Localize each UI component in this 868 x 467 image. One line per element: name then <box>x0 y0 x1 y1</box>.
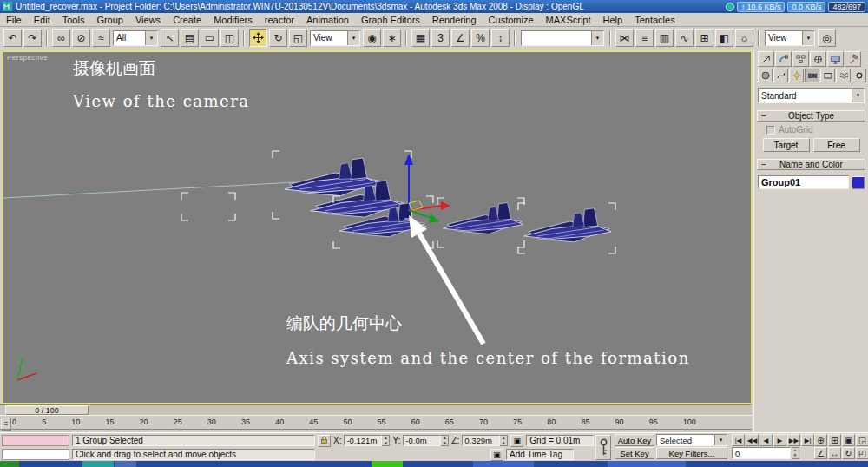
keyboard-override-toggle[interactable]: ▦ <box>411 29 430 47</box>
menu-customize[interactable]: Customize <box>483 13 540 26</box>
taskbar-item[interactable] <box>82 461 114 467</box>
menu-file[interactable]: File <box>0 13 28 26</box>
zoom-extents-all-button[interactable]: ◲ <box>856 434 868 446</box>
object-name-input[interactable]: Group01 <box>758 175 849 189</box>
select-object-button[interactable]: ↖ <box>161 29 179 47</box>
select-by-name-button[interactable]: ▤ <box>181 29 199 47</box>
window-crossing-toggle[interactable]: ◫ <box>220 29 239 47</box>
select-and-manipulate-button[interactable]: ∗ <box>383 29 401 47</box>
menu-help[interactable]: Help <box>597 13 629 26</box>
menu-views[interactable]: Views <box>129 13 167 26</box>
maxscript-mini-listener-macro[interactable] <box>2 435 69 446</box>
viewport-label[interactable]: Perspective <box>7 54 48 62</box>
select-and-move-button[interactable] <box>249 29 267 47</box>
tab-motion[interactable] <box>810 51 826 67</box>
menu-edit[interactable]: Edit <box>28 13 56 26</box>
time-slider-handle[interactable]: 0 / 100 <box>5 405 89 415</box>
zoom-button[interactable]: ⊕ <box>814 434 827 446</box>
category-spacewarps[interactable] <box>836 69 851 82</box>
add-time-tag[interactable]: Add Time Tag <box>506 449 574 460</box>
set-key-button[interactable]: Set Key <box>615 447 654 459</box>
maximize-viewport-toggle[interactable]: ◰ <box>856 447 868 459</box>
menu-rendering[interactable]: Rendering <box>426 13 483 26</box>
percent-snap-toggle[interactable]: % <box>471 29 490 47</box>
absolute-offset-toggle[interactable]: ▣ <box>510 435 523 447</box>
category-shapes[interactable] <box>773 69 788 82</box>
snap-toggle-3d[interactable]: 3 <box>431 29 450 47</box>
fighter-jet[interactable] <box>524 208 611 242</box>
category-cameras[interactable] <box>805 69 819 82</box>
zoom-all-button[interactable]: ⊞ <box>828 434 841 446</box>
menu-animation[interactable]: Animation <box>300 13 355 26</box>
set-key-mode-toggle[interactable] <box>595 435 611 460</box>
maxscript-mini-listener[interactable] <box>2 449 69 460</box>
selection-filter-dropdown[interactable]: All ▼ <box>113 30 158 46</box>
dropdown-arrow-icon[interactable]: ▼ <box>347 31 359 45</box>
previous-frame-button[interactable]: ◀ <box>760 434 773 446</box>
render-setup-button[interactable]: ☼ <box>735 29 753 47</box>
render-type-dropdown[interactable]: View ▼ <box>765 30 815 46</box>
windows-taskbar[interactable] <box>0 461 868 467</box>
start-button[interactable] <box>0 461 19 467</box>
tab-modify[interactable] <box>775 51 792 67</box>
menu-maxscript[interactable]: MAXScript <box>540 13 597 26</box>
camera-preset-dropdown[interactable]: Standard ▼ <box>758 88 865 103</box>
go-to-end-button[interactable]: ▶| <box>801 434 814 446</box>
tab-display[interactable] <box>827 51 844 67</box>
angle-snap-toggle[interactable]: ∠ <box>451 29 470 47</box>
spin-down-icon[interactable]: ▼ <box>382 441 389 446</box>
spinner-snap-toggle[interactable]: ↕ <box>491 29 510 47</box>
perspective-viewport[interactable]: Perspective 摄像机画面 View of the camera 编队的… <box>3 51 752 404</box>
reference-coordinate-dropdown[interactable]: View ▼ <box>310 30 360 46</box>
category-helpers[interactable] <box>820 69 835 82</box>
previous-key-button[interactable]: ◀◀ <box>746 434 759 446</box>
dropdown-arrow-icon[interactable]: ▼ <box>145 31 157 45</box>
rollout-object-type[interactable]: − Object Type <box>757 110 865 122</box>
menu-tools[interactable]: Tools <box>56 13 91 26</box>
object-color-swatch[interactable] <box>852 176 865 189</box>
next-frame-button[interactable]: ▶▶ <box>787 434 800 446</box>
align-button[interactable]: ≡ <box>635 29 654 47</box>
free-camera-button[interactable]: Free <box>813 138 860 152</box>
unlink-selection-button[interactable]: ⊘ <box>72 29 90 47</box>
zoom-extents-button[interactable]: ▣ <box>842 434 855 446</box>
menu-reactor[interactable]: reactor <box>259 13 300 26</box>
dropdown-arrow-icon[interactable]: ▼ <box>591 31 603 45</box>
key-filters-button[interactable]: Key Filters... <box>656 447 727 459</box>
category-lights[interactable] <box>789 69 804 82</box>
play-button[interactable]: ▶ <box>773 434 786 446</box>
taskbar-item[interactable] <box>115 461 136 467</box>
curve-editor-button[interactable]: ∿ <box>675 29 694 47</box>
layer-manager-button[interactable]: ▥ <box>655 29 674 47</box>
fighter-jet[interactable] <box>444 203 523 234</box>
frame-spinner[interactable]: ▲▼ <box>792 447 799 459</box>
tab-utilities[interactable] <box>845 51 861 67</box>
select-and-rotate-button[interactable]: ↻ <box>269 29 287 47</box>
select-and-link-button[interactable]: ∞ <box>52 29 70 47</box>
spin-down-icon[interactable]: ▼ <box>500 441 507 446</box>
taskbar-item[interactable] <box>473 461 534 467</box>
field-of-view-button[interactable]: ∠ <box>814 447 827 459</box>
y-coordinate-spinner[interactable]: -0.0m▲▼ <box>403 435 449 446</box>
current-frame-field[interactable]: 0 <box>732 447 791 459</box>
schematic-view-button[interactable]: ⊞ <box>695 29 713 47</box>
quick-render-button[interactable]: ◎ <box>818 29 836 47</box>
time-slider-track[interactable]: 0 / 100 <box>0 404 752 415</box>
x-coordinate-spinner[interactable]: -0.121m▲▼ <box>344 435 390 446</box>
redo-button[interactable]: ↷ <box>23 29 42 47</box>
menu-graph-editors[interactable]: Graph Editors <box>355 13 426 26</box>
z-coordinate-spinner[interactable]: 0.329m▲▼ <box>462 435 508 446</box>
dropdown-arrow-icon[interactable]: ▼ <box>802 31 814 45</box>
pan-button[interactable]: ↔ <box>828 447 841 459</box>
spin-down-icon[interactable]: ▼ <box>441 441 448 446</box>
select-and-scale-button[interactable]: ◱ <box>289 29 307 47</box>
bind-to-spacewarp-button[interactable]: ≈ <box>92 29 110 47</box>
rectangular-selection-region-button[interactable]: ▭ <box>201 29 219 47</box>
menu-group[interactable]: Group <box>90 13 129 26</box>
go-to-start-button[interactable]: |◀ <box>732 434 745 446</box>
spin-down-icon[interactable]: ▼ <box>792 453 799 458</box>
selection-lock-toggle[interactable] <box>318 435 331 447</box>
transform-typein-toggle[interactable]: ▣ <box>490 449 503 461</box>
mirror-button[interactable]: ⋈ <box>615 29 634 47</box>
menu-create[interactable]: Create <box>167 13 207 26</box>
